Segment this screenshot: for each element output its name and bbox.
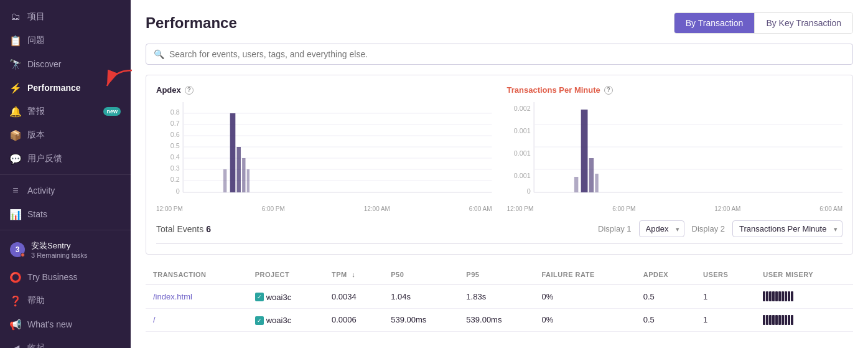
total-events: Total Events 6 [156, 224, 211, 234]
apdex-info-icon[interactable]: ? [185, 86, 194, 95]
install-subtitle: 3 Remaining tasks [31, 252, 88, 259]
tpm-svg: 0.002 0.001 0.001 0.001 0 [507, 102, 843, 202]
misery-bar [788, 291, 790, 301]
sidebar-item-label: Performance [27, 83, 81, 93]
cell-p95-1: 1.83s [459, 285, 534, 309]
misery-bar [769, 291, 772, 301]
sidebar-item-try-business[interactable]: ⭕ Try Business [0, 265, 131, 289]
transaction-link-2[interactable]: / [153, 315, 156, 324]
svg-rect-34 [589, 158, 594, 192]
install-info: 安装Sentry 3 Remaining tasks [31, 240, 88, 259]
cell-apdex-2: 0.5 [636, 308, 696, 332]
display2-select[interactable]: Transactions Per Minute [732, 220, 842, 237]
activity-icon: ≡ [10, 185, 21, 196]
svg-text:0.001: 0.001 [513, 150, 530, 157]
sidebar-item-whats-new[interactable]: 📢 What's new [0, 313, 131, 336]
issues-icon: 📋 [10, 35, 21, 46]
search-input[interactable] [169, 49, 845, 59]
svg-text:0.001: 0.001 [513, 172, 530, 179]
sidebar-item-help[interactable]: ❓ 帮助 [0, 289, 131, 313]
svg-rect-18 [230, 113, 236, 192]
svg-text:0.2: 0.2 [170, 176, 180, 183]
tpm-x-label-4: 6:00 AM [819, 205, 842, 212]
apdex-x-labels: 12:00 PM 6:00 PM 12:00 AM 6:00 AM [156, 205, 492, 212]
project-icon-2 [255, 316, 264, 325]
apdex-chart-title: Apdex ? [156, 85, 492, 95]
misery-bar [791, 315, 793, 325]
svg-rect-21 [247, 169, 250, 192]
svg-text:0.001: 0.001 [513, 128, 530, 134]
cell-project-2: woai3c [248, 308, 324, 332]
misery-bars-1 [763, 291, 846, 301]
svg-text:0.3: 0.3 [170, 165, 180, 172]
col-user-misery: USER MISERY [755, 265, 853, 285]
misery-bar [775, 315, 778, 325]
display2-select-wrap: Transactions Per Minute [732, 220, 842, 237]
display1-select-wrap: Apdex [639, 220, 684, 237]
svg-text:0.6: 0.6 [170, 131, 180, 138]
misery-bar [782, 291, 784, 301]
sidebar-item-projects[interactable]: 🗂 项目 [0, 5, 131, 29]
cell-user-misery-1 [755, 285, 853, 309]
search-bar: 🔍 [146, 44, 853, 65]
misery-bar [775, 291, 778, 301]
table-row: /index.html woai3c 0.0034 1.04s 1.83s 0%… [146, 285, 853, 309]
performance-icon: ⚡ [10, 82, 21, 93]
svg-rect-22 [223, 169, 226, 192]
cell-transaction-1: /index.html [146, 285, 248, 309]
apdex-chart: Apdex ? [156, 85, 492, 214]
svg-rect-36 [574, 177, 577, 192]
transaction-link-1[interactable]: /index.html [153, 292, 192, 301]
misery-bar [772, 291, 775, 301]
sidebar-item-issues[interactable]: 📋 问题 [0, 29, 131, 52]
sidebar-item-label: Try Business [27, 272, 77, 282]
misery-bar [782, 315, 784, 325]
sidebar-item-stats[interactable]: 📊 Stats [0, 202, 131, 226]
tpm-info-icon[interactable]: ? [604, 86, 613, 95]
col-apdex: APDEX [636, 265, 696, 285]
alerts-icon: 🔔 [10, 106, 21, 117]
svg-rect-19 [236, 147, 240, 192]
alerts-new-badge: new [103, 107, 121, 116]
charts-row: Apdex ? [156, 85, 842, 214]
sidebar-item-discover[interactable]: 🔭 Discover [0, 52, 131, 76]
tpm-chart-title: Transactions Per Minute ? [507, 85, 843, 95]
sidebar-divider-2 [0, 230, 131, 230]
tab-group: By Transaction By Key Transaction [674, 12, 853, 34]
tpm-x-label-3: 12:00 AM [714, 205, 740, 212]
sidebar-item-collapse[interactable]: ◀ 收起 [0, 336, 131, 348]
sidebar-item-alerts[interactable]: 🔔 警报 new [0, 100, 131, 123]
sidebar-item-performance[interactable]: ⚡ Performance [0, 76, 131, 100]
discover-icon: 🔭 [10, 59, 21, 70]
col-users: USERS [696, 265, 755, 285]
display1-select[interactable]: Apdex [639, 220, 684, 237]
cell-p50-1: 1.04s [383, 285, 459, 309]
sidebar-item-feedback[interactable]: 💬 用户反馈 [0, 147, 131, 171]
install-title: 安装Sentry [31, 240, 88, 252]
sidebar-item-label: 版本 [27, 129, 45, 141]
col-p50: P50 [383, 265, 459, 285]
cell-p95-2: 539.00ms [459, 308, 534, 332]
apdex-svg: 0.8 0.7 0.6 0.5 0.4 0.3 0.2 0 [156, 102, 492, 202]
misery-bar [766, 291, 768, 301]
feedback-icon: 💬 [10, 153, 21, 164]
tpm-x-label-1: 12:00 PM [507, 205, 534, 212]
tab-by-transaction[interactable]: By Transaction [674, 13, 755, 33]
col-transaction: TRANSACTION [146, 265, 248, 285]
sidebar-item-activity[interactable]: ≡ Activity [0, 179, 131, 202]
install-sentry-item[interactable]: 3 安装Sentry 3 Remaining tasks [0, 234, 131, 265]
sidebar-item-label: 帮助 [27, 295, 45, 306]
sidebar: 🗂 项目 📋 问题 🔭 Discover ⚡ Performance 🔔 警报 … [0, 0, 131, 348]
cell-user-misery-2 [755, 308, 853, 332]
svg-text:0.002: 0.002 [513, 105, 530, 112]
col-tpm[interactable]: TPM ↓ [324, 265, 383, 285]
tpm-chart: Transactions Per Minute ? 0.002 0 [507, 85, 843, 214]
project-tag-2: woai3c [255, 316, 291, 325]
cell-project-1: woai3c [248, 285, 324, 309]
project-icon-1 [255, 293, 264, 301]
sidebar-item-releases[interactable]: 📦 版本 [0, 123, 131, 147]
table-container: TRANSACTION PROJECT TPM ↓ P50 P95 FAILUR… [146, 265, 853, 332]
tab-by-key-transaction[interactable]: By Key Transaction [754, 13, 852, 33]
svg-text:0.5: 0.5 [170, 143, 180, 149]
sidebar-item-label: 项目 [27, 11, 45, 22]
